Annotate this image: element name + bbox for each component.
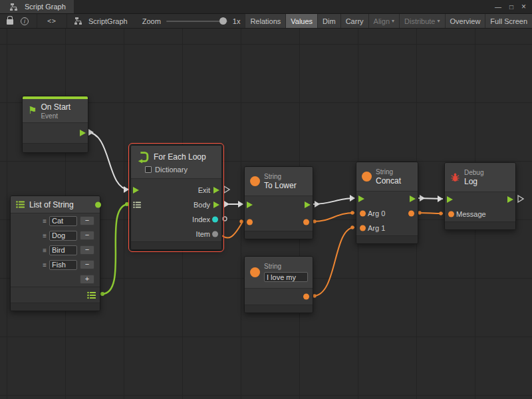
list-item-row: ≡ − [11, 228, 100, 243]
node-footer [23, 143, 88, 152]
node-title: Log [464, 177, 483, 186]
flow-in-port[interactable] [358, 196, 364, 202]
flow-out-port[interactable] [80, 130, 86, 136]
title-bar: Script Graph — □ × [0, 0, 532, 14]
info-icon[interactable]: i [21, 17, 29, 25]
target-in-port[interactable] [247, 219, 253, 225]
list-item-input[interactable] [49, 216, 77, 226]
graph-name-label[interactable]: ScriptGraph [88, 17, 128, 25]
align-button[interactable]: Align ▾ [368, 14, 399, 28]
drag-handle-icon[interactable]: ≡ [43, 232, 47, 239]
node-for-each-loop[interactable]: For Each Loop Dictionary Exit Body In [130, 145, 222, 250]
drag-handle-icon[interactable]: ≡ [43, 261, 47, 269]
tab-script-graph[interactable]: Script Graph [0, 0, 74, 13]
values-button[interactable]: Values [285, 14, 317, 28]
node-list-of-string[interactable]: List of String ≡ − ≡ − ≡ − ≡ + [10, 196, 100, 311]
unity-script-graph-window: Script Graph — □ × i <> ScriptGraph Zoom… [0, 0, 532, 399]
node-footer [356, 235, 418, 243]
align-label: Align [374, 17, 390, 25]
node-string-literal[interactable]: String [244, 256, 313, 313]
add-item-button[interactable]: + [80, 275, 94, 284]
flow-in-port[interactable] [447, 196, 453, 203]
zoom-label: Zoom [142, 17, 161, 25]
port-label: Exit [198, 186, 210, 194]
flow-in-port[interactable] [133, 187, 139, 194]
list-item-input[interactable] [49, 231, 77, 241]
port-label: Index [192, 215, 210, 223]
index-port[interactable] [212, 217, 218, 223]
node-category: String [264, 263, 308, 270]
lock-icon[interactable] [7, 19, 13, 25]
arg1-in-port[interactable] [360, 225, 366, 231]
toolbar-divider [66, 14, 67, 28]
loop-icon [136, 150, 150, 164]
node-category: String [264, 173, 297, 180]
port-label: Arg 1 [368, 224, 385, 232]
node-title: For Each Loop [154, 152, 206, 162]
maximize-icon[interactable]: □ [509, 3, 513, 11]
string-type-icon [362, 172, 372, 182]
string-value-input[interactable] [264, 272, 308, 282]
list-out-port[interactable] [87, 291, 96, 299]
remove-item-button[interactable]: − [80, 216, 94, 225]
node-title: Concat [376, 176, 401, 186]
node-subtitle: Event [41, 112, 70, 120]
body-port[interactable] [213, 201, 219, 208]
list-item-row: ≡ + − [11, 257, 100, 272]
drag-handle-icon[interactable]: ≡ [43, 217, 47, 225]
list-item-input[interactable] [49, 245, 77, 255]
flag-icon: ⚑ [28, 105, 37, 115]
exit-port[interactable] [213, 187, 219, 194]
remove-item-button[interactable]: − [80, 245, 94, 255]
carry-button[interactable]: Carry [340, 14, 368, 28]
node-footer [245, 231, 313, 239]
result-out-port[interactable] [408, 211, 414, 217]
dim-button[interactable]: Dim [317, 14, 340, 28]
node-title: On Start [41, 102, 70, 112]
flow-out-port[interactable] [507, 196, 513, 203]
message-in-port[interactable] [448, 211, 454, 217]
node-header: String Concat [356, 162, 418, 192]
list-header-port[interactable] [95, 201, 101, 207]
distribute-button[interactable]: Distribute ▾ [399, 14, 444, 28]
result-out-port[interactable] [303, 219, 309, 225]
list-item-row: ≡ − [11, 213, 100, 228]
caret-down-icon: ▾ [438, 18, 440, 24]
code-icon[interactable]: <> [39, 17, 65, 25]
list-item-row: ≡ − [11, 243, 100, 257]
value-out-port[interactable] [303, 294, 309, 300]
zoom-slider-handle[interactable] [219, 17, 227, 25]
node-footer [131, 241, 221, 249]
flow-in-port[interactable] [247, 201, 253, 208]
node-debug-log[interactable]: Debug Log Message [444, 162, 516, 230]
bug-icon [450, 172, 460, 182]
collection-in-port[interactable] [133, 201, 142, 208]
drag-handle-icon[interactable]: ≡ [43, 247, 47, 254]
remove-item-button[interactable]: − [80, 260, 94, 269]
remove-item-button[interactable]: − [80, 231, 94, 240]
port-label: Arg 0 [368, 209, 385, 217]
list-item-input[interactable] [49, 260, 77, 270]
minimize-icon[interactable]: — [495, 3, 501, 11]
zoom-slider[interactable] [166, 14, 227, 29]
arg0-in-port[interactable] [360, 211, 366, 217]
item-port[interactable] [212, 231, 218, 237]
node-header: String To Lower [245, 167, 313, 196]
relations-button[interactable]: Relations [245, 14, 285, 28]
node-string-to-lower[interactable]: String To Lower [244, 166, 313, 239]
port-label: Body [194, 201, 210, 209]
node-header: For Each Loop Dictionary [131, 146, 221, 179]
dictionary-checkbox[interactable] [145, 166, 152, 173]
flow-out-port[interactable] [305, 201, 311, 208]
close-icon[interactable]: × [521, 2, 526, 11]
overview-button[interactable]: Overview [445, 14, 485, 28]
script-graph-icon [10, 3, 19, 11]
node-string-concat[interactable]: String Concat Arg 0 Arg 1 [356, 162, 418, 244]
flow-out-port[interactable] [410, 196, 416, 202]
caret-down-icon: ▾ [392, 18, 394, 24]
fullscreen-button[interactable]: Full Screen [485, 14, 532, 28]
node-on-start[interactable]: ⚑ On Start Event [22, 96, 88, 153]
window-controls: — □ × [495, 2, 532, 11]
zoom-slider-track[interactable] [166, 21, 227, 22]
zoom-value: 1x [233, 17, 241, 25]
